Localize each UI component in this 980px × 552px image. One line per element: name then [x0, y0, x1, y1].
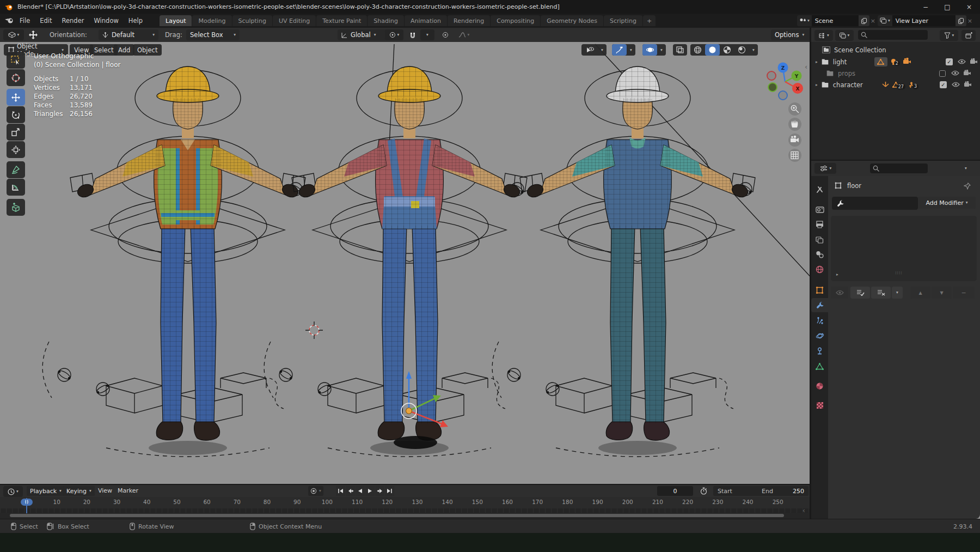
- playback-dropdown[interactable]: Playback▾: [27, 486, 65, 496]
- editor-type-button[interactable]: ▾: [3, 29, 24, 40]
- tab-physics[interactable]: [811, 329, 828, 343]
- view-layer-browse-button[interactable]: ▾: [878, 15, 892, 26]
- panel-divider-horizontal[interactable]: [811, 160, 980, 161]
- snap-settings-button[interactable]: ▾: [420, 29, 434, 40]
- maximize-button[interactable]: □: [936, 0, 958, 14]
- object-menu[interactable]: Object: [133, 44, 162, 56]
- view-layer-copy-button[interactable]: [955, 15, 966, 26]
- timeline-marker-menu[interactable]: Marker: [118, 487, 138, 494]
- viewport-nav-buttons[interactable]: [788, 102, 801, 162]
- worker-overalls[interactable]: [264, 66, 527, 457]
- close-button[interactable]: ×: [958, 0, 980, 14]
- jump-to-start-button[interactable]: [336, 486, 345, 496]
- tool-select-box[interactable]: [7, 52, 25, 69]
- remove-button[interactable]: −: [953, 287, 975, 299]
- view-layer-remove-button[interactable]: ×: [967, 17, 972, 25]
- blender-menu-icon[interactable]: [4, 17, 15, 25]
- tab-shading[interactable]: Shading: [367, 15, 404, 26]
- tab-modeling[interactable]: Modeling: [192, 15, 231, 26]
- jump-to-end-button[interactable]: [385, 486, 394, 496]
- panel-divider-timeline[interactable]: [0, 484, 810, 485]
- pivot-point-button[interactable]: ▾: [385, 29, 403, 40]
- orientation-dropdown[interactable]: Default▾: [99, 29, 158, 40]
- mesh-data-icon[interactable]: [874, 57, 887, 66]
- timeline-collapse-icon[interactable]: ‹: [803, 507, 805, 514]
- tool-annotate[interactable]: [7, 161, 25, 178]
- timeline-frames-area[interactable]: [0, 508, 810, 513]
- minimize-button[interactable]: −: [915, 0, 936, 14]
- expand-icon[interactable]: ▸: [816, 83, 818, 87]
- outliner-row-props[interactable]: props: [811, 68, 980, 79]
- properties-search-input[interactable]: [870, 163, 928, 173]
- shading-rendered-button[interactable]: [734, 44, 749, 56]
- tab-texture-paint[interactable]: Texture Paint: [316, 15, 367, 26]
- overlays-dropdown[interactable]: ▾: [642, 44, 666, 56]
- delete-all-button[interactable]: [871, 287, 891, 299]
- checkbox-exclude[interactable]: ✓: [940, 81, 947, 88]
- tab-object-data[interactable]: [811, 359, 828, 373]
- camera-data-icon[interactable]: [903, 58, 912, 66]
- tool-add-cube[interactable]: [7, 199, 25, 216]
- add-modifier-button[interactable]: Add Modifier▾: [918, 197, 976, 209]
- add-menu[interactable]: Add: [114, 44, 134, 56]
- menu-render[interactable]: Render: [57, 15, 89, 26]
- panel-divider-vertical[interactable]: [810, 28, 811, 519]
- navigation-gizmo[interactable]: Z Y X: [767, 63, 803, 100]
- play-reverse-button[interactable]: [356, 486, 365, 496]
- outliner-row-character[interactable]: ▸ character 27 3 ✓: [811, 79, 980, 90]
- record-icon[interactable]: [310, 488, 317, 494]
- axis-x-label[interactable]: X: [796, 86, 800, 92]
- expand-icon[interactable]: ▸: [816, 60, 818, 64]
- hide-eye-icon[interactable]: [952, 81, 960, 89]
- add-workspace-button[interactable]: +: [643, 15, 656, 26]
- tool-scale[interactable]: [7, 124, 25, 141]
- xray-toggle[interactable]: [673, 44, 687, 56]
- gizmos-dropdown[interactable]: ▾: [612, 44, 635, 56]
- tab-particles[interactable]: [811, 313, 828, 327]
- options-dropdown[interactable]: Options▾: [771, 29, 812, 40]
- tab-output[interactable]: [811, 217, 828, 232]
- scene-unlink-button[interactable]: ×: [871, 17, 875, 25]
- tab-tool[interactable]: [811, 183, 828, 197]
- mesh-data-icon[interactable]: 27: [892, 82, 908, 88]
- outliner-search-input[interactable]: [858, 30, 928, 40]
- move-up-button[interactable]: ▲: [910, 287, 930, 299]
- tab-material[interactable]: [811, 379, 828, 393]
- light-data-icon[interactable]: 2: [890, 58, 903, 65]
- tab-view-layer[interactable]: [811, 233, 828, 247]
- shading-material-button[interactable]: [720, 44, 734, 56]
- menu-file[interactable]: File: [15, 15, 35, 26]
- tool-measure[interactable]: [7, 179, 25, 196]
- tab-layout[interactable]: Layout: [160, 15, 192, 26]
- toggle-visibility-all-button[interactable]: [831, 287, 848, 299]
- shading-wireframe-button[interactable]: [690, 44, 705, 56]
- timeline-scrollbar[interactable]: [10, 514, 784, 517]
- shading-dropdown[interactable]: ▾: [749, 44, 758, 56]
- play-button[interactable]: [365, 486, 375, 496]
- outliner-filter-button[interactable]: ▾: [940, 30, 958, 41]
- tab-sculpting[interactable]: Sculpting: [232, 15, 272, 26]
- keying-dropdown[interactable]: Keying▾: [63, 486, 95, 496]
- keying-set-dropdown[interactable]: ▾: [319, 489, 321, 493]
- frame-end-field[interactable]: End250: [757, 486, 808, 496]
- scene-browse-button[interactable]: ▾: [797, 15, 812, 26]
- transform-orientation-dropdown[interactable]: Global▾: [338, 29, 390, 40]
- tool-rotate[interactable]: [7, 106, 25, 123]
- tab-world[interactable]: [811, 262, 828, 276]
- next-keyframe-button[interactable]: [375, 486, 384, 496]
- tab-uv-editing[interactable]: UV Editing: [273, 15, 316, 26]
- tab-render[interactable]: [811, 202, 828, 216]
- scene-copy-button[interactable]: [859, 15, 869, 26]
- stopwatch-icon[interactable]: [700, 487, 707, 495]
- worker-safety-vest[interactable]: [42, 66, 305, 457]
- tab-geometry-nodes[interactable]: Geometry Nodes: [541, 15, 603, 26]
- disable-render-icon[interactable]: [970, 58, 978, 66]
- menu-help[interactable]: Help: [124, 15, 148, 26]
- apply-all-button[interactable]: [850, 287, 870, 299]
- tab-object[interactable]: [811, 283, 828, 297]
- timeline-ruler[interactable]: 0 10 20 30 40 50 60 70 80 90 100 110 120…: [0, 497, 810, 508]
- pin-icon[interactable]: [964, 183, 971, 190]
- tab-constraints[interactable]: [811, 344, 828, 358]
- panel-expand-icon[interactable]: ▸: [836, 272, 838, 277]
- modifier-search-field[interactable]: [832, 197, 918, 210]
